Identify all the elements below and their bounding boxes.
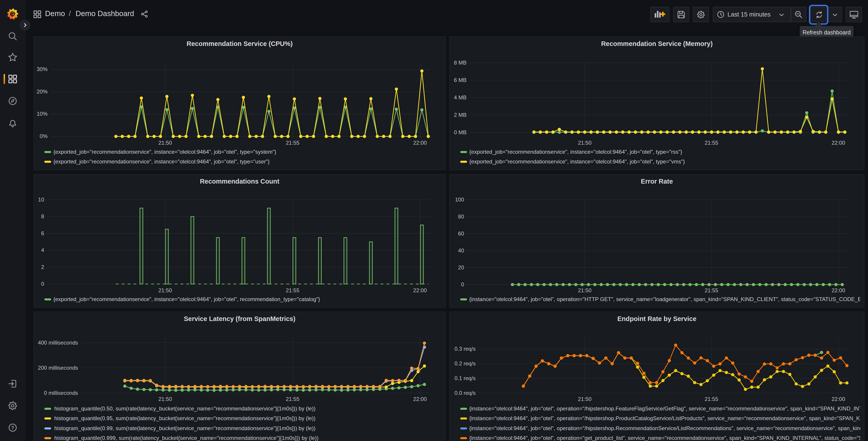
svg-text:?: ?: [11, 425, 14, 431]
